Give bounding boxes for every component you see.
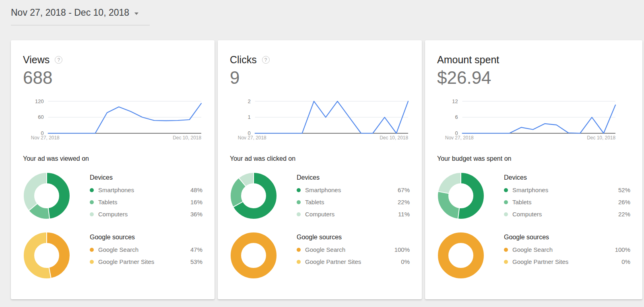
legend-title: Google sources — [297, 234, 410, 241]
legend-title: Google sources — [90, 234, 202, 241]
legend-row: Google Partner Sites 53% — [90, 258, 202, 265]
legend-label: Smartphones — [98, 187, 134, 193]
svg-text:Nov 27, 2018: Nov 27, 2018 — [445, 135, 474, 141]
legend-dot — [297, 212, 301, 216]
metric-card-clicks: Clicks ? 9 210Nov 27, 2018Dec 10, 2018 Y… — [218, 40, 422, 299]
svg-text:Nov 27, 2018: Nov 27, 2018 — [31, 135, 60, 141]
legend-title: Devices — [90, 174, 202, 181]
legend-row: Tablets 26% — [504, 199, 630, 205]
card-title-row: Clicks ? — [230, 55, 410, 65]
legend-value: 48% — [187, 187, 202, 193]
svg-text:Dec 10, 2018: Dec 10, 2018 — [587, 135, 615, 141]
legend-dot — [297, 260, 301, 264]
card-title: Views — [23, 55, 50, 65]
svg-text:2: 2 — [248, 98, 250, 104]
legend-value: 100% — [612, 246, 630, 253]
legend-row: Tablets 16% — [90, 199, 202, 205]
legend-label: Google Partner Sites — [98, 258, 154, 265]
svg-text:Dec 10, 2018: Dec 10, 2018 — [380, 135, 408, 141]
devices-block: Devices Smartphones 48% Tablets 16% Comp… — [23, 172, 202, 220]
legend-label: Google Partner Sites — [512, 258, 568, 265]
card-title-row: Views ? — [23, 55, 202, 65]
legend-row: Google Search 100% — [297, 246, 410, 253]
legend-label: Google Partner Sites — [305, 258, 361, 265]
legend-row: Google Search 100% — [504, 246, 630, 253]
metric-value: $26.94 — [437, 69, 630, 87]
legend-dot — [90, 200, 94, 204]
legend-label: Tablets — [98, 199, 118, 205]
legend-dot — [504, 200, 508, 204]
help-icon[interactable]: ? — [262, 56, 270, 64]
legend-row: Smartphones 67% — [297, 187, 410, 193]
legend-row: Smartphones 52% — [504, 187, 630, 193]
google-sources-block: Google sources Google Search 47% Google … — [23, 232, 202, 279]
amount-spent-trend-line-chart: 1260Nov 27, 2018Dec 10, 2018 — [437, 98, 617, 141]
legend-dot — [90, 248, 94, 252]
google-sources-legend: Google sources Google Search 47% Google … — [90, 232, 202, 265]
devices-donut-chart — [230, 172, 277, 220]
legend-value: 36% — [187, 211, 202, 218]
page-header: Nov 27, 2018 - Dec 10, 2018 — [0, 0, 644, 25]
metric-card-amount-spent: Amount spent $26.94 1260Nov 27, 2018Dec … — [425, 40, 642, 299]
legend-row: Google Partner Sites 0% — [504, 258, 630, 265]
legend-dot — [297, 200, 301, 204]
legend-label: Google Search — [305, 246, 345, 253]
legend-title: Devices — [504, 174, 630, 181]
legend-row: Computers 36% — [90, 211, 202, 218]
section-title: Your ad was clicked on — [230, 155, 410, 162]
devices-legend: Devices Smartphones 48% Tablets 16% Comp… — [90, 172, 202, 218]
legend-dot — [90, 212, 94, 216]
legend-dot — [297, 248, 301, 252]
legend-row: Computers 11% — [297, 211, 410, 218]
legend-title: Devices — [297, 174, 410, 181]
devices-legend: Devices Smartphones 52% Tablets 26% Comp… — [504, 172, 630, 218]
metric-value: 688 — [23, 69, 202, 87]
legend-label: Computers — [98, 211, 128, 218]
svg-text:120: 120 — [35, 98, 44, 104]
devices-block: Devices Smartphones 67% Tablets 22% Comp… — [230, 172, 410, 220]
metrics-card-row: Views ? 688 120600Nov 27, 2018Dec 10, 20… — [11, 40, 644, 299]
date-range-selector[interactable]: Nov 27, 2018 - Dec 10, 2018 — [11, 7, 138, 18]
legend-value: 47% — [187, 246, 202, 253]
legend-value: 52% — [615, 187, 630, 193]
google-sources-block: Google sources Google Search 100% Google… — [230, 232, 410, 279]
card-title: Clicks — [230, 55, 257, 65]
legend-row: Smartphones 48% — [90, 187, 202, 193]
legend-value: 100% — [391, 246, 410, 253]
legend-row: Google Search 47% — [90, 246, 202, 253]
legend-dot — [504, 248, 508, 252]
google-sources-legend: Google sources Google Search 100% Google… — [297, 232, 410, 265]
metric-card-views: Views ? 688 120600Nov 27, 2018Dec 10, 20… — [11, 40, 215, 299]
legend-row: Tablets 22% — [297, 199, 410, 205]
legend-value: 26% — [615, 199, 630, 205]
google-sources-legend: Google sources Google Search 100% Google… — [504, 232, 630, 265]
legend-value: 16% — [187, 199, 202, 205]
card-title: Amount spent — [437, 55, 499, 65]
devices-legend: Devices Smartphones 67% Tablets 22% Comp… — [297, 172, 410, 218]
devices-block: Devices Smartphones 52% Tablets 26% Comp… — [437, 172, 630, 220]
legend-value: 53% — [187, 258, 202, 265]
svg-text:12: 12 — [452, 98, 458, 104]
section-title: Your budget was spent on — [437, 155, 630, 162]
card-title-row: Amount spent — [437, 55, 630, 65]
clicks-trend-line-chart: 210Nov 27, 2018Dec 10, 2018 — [230, 98, 410, 141]
metric-value: 9 — [230, 69, 410, 87]
views-trend-line-chart: 120600Nov 27, 2018Dec 10, 2018 — [23, 98, 203, 141]
svg-text:1: 1 — [248, 114, 250, 120]
google-sources-donut-chart — [230, 232, 277, 279]
google-sources-donut-chart — [23, 232, 70, 279]
legend-dot — [90, 260, 94, 264]
devices-donut-chart — [23, 172, 70, 220]
legend-value: 22% — [615, 211, 630, 218]
legend-label: Computers — [305, 211, 334, 218]
legend-label: Computers — [512, 211, 542, 218]
legend-dot — [504, 260, 508, 264]
legend-label: Tablets — [305, 199, 324, 205]
legend-label: Google Search — [512, 246, 553, 253]
legend-value: 67% — [394, 187, 410, 193]
legend-value: 0% — [618, 258, 630, 265]
legend-label: Smartphones — [512, 187, 548, 193]
chevron-down-icon — [134, 12, 138, 15]
legend-row: Google Partner Sites 0% — [297, 258, 410, 265]
help-icon[interactable]: ? — [55, 56, 62, 64]
